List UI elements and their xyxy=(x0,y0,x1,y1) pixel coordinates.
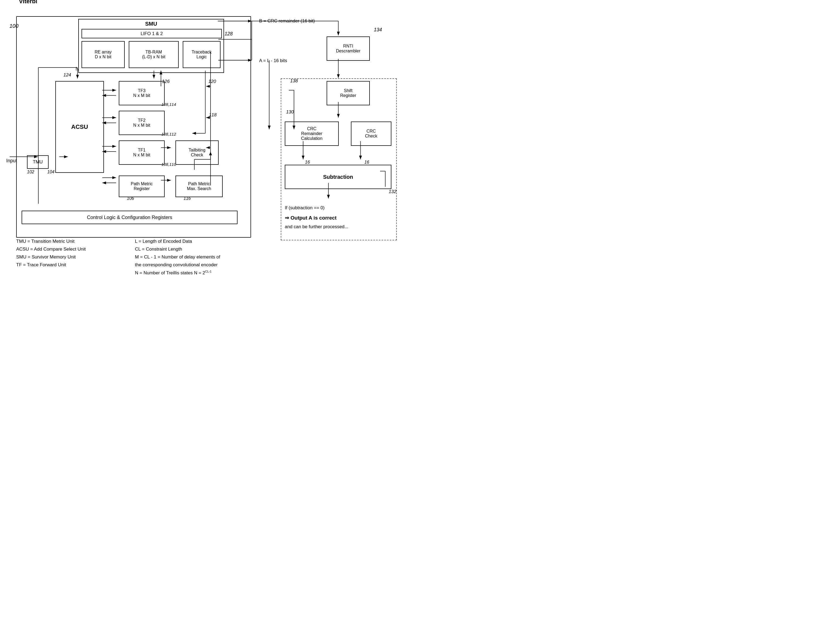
legend-cl: CL = Constraint Length xyxy=(135,246,220,253)
tf3-label: TF3 N x M bit xyxy=(133,88,150,98)
rnti-number: 134 xyxy=(374,27,382,33)
tf1-label: TF1 N x M bit xyxy=(133,148,150,157)
smu-label: SMU xyxy=(145,21,157,27)
crc-rem-box: CRC Remainder Calculation xyxy=(285,122,339,146)
tailbiting-box: Tailbiting Check xyxy=(175,141,219,165)
legend-l: L = Length of Encoded Data xyxy=(135,238,220,246)
smu-box: SMU LIFO 1 & 2 RE array D x N bit TB-RAM… xyxy=(78,19,224,73)
rnti-label: RNTI Descrambler xyxy=(336,44,361,53)
n-number: 124 xyxy=(63,72,71,78)
traceback-label: Traceback Logic xyxy=(192,50,212,59)
tf3-box: TF3 N x M bit xyxy=(119,81,165,105)
tf1-box: TF1 N x M bit xyxy=(119,141,165,165)
legend-right: L = Length of Encoded Data CL = Constrai… xyxy=(135,238,220,277)
control-label: Control Logic & Configuration Registers xyxy=(87,215,172,221)
pmms-label: Path Metric Max. Search xyxy=(187,182,211,191)
sub-16-left: 16 xyxy=(305,160,310,165)
further-label: and can be further processed... xyxy=(285,224,348,230)
tmu-number2: 104 xyxy=(47,170,55,174)
sub-16-right: 16 xyxy=(364,160,369,165)
output-label: ⇒ Output A is correct xyxy=(285,215,337,221)
arrow-120: 120 xyxy=(208,79,216,84)
pmms-number: 116 xyxy=(184,196,191,201)
b-label: B = CRC remainder (16 bit) xyxy=(259,18,315,24)
crc-check-label: CRC Check xyxy=(365,129,377,139)
arrow-126: 126 xyxy=(162,79,170,84)
traceback-box: Traceback Logic xyxy=(183,41,220,68)
re-array-label: RE array D x N bit xyxy=(94,50,111,59)
tf2-box: TF2 N x M bit xyxy=(119,111,165,135)
crc-check-box: CRC Check xyxy=(351,122,391,146)
viterbi-number: 100 xyxy=(9,23,18,29)
viterbi-label: Viterbi xyxy=(19,0,37,5)
tailbiting-label: Tailbiting Check xyxy=(189,148,205,157)
legend-n: N = Number of Treillis states N = 2CL-1 xyxy=(135,269,220,277)
shift-number-130: 130 xyxy=(286,110,294,115)
shift-register-box: Shift Register xyxy=(326,81,370,105)
tf2-number: 108,112 xyxy=(161,132,176,136)
lifo-box: LIFO 1 & 2 xyxy=(81,29,222,38)
crc-rem-label: CRC Remainder Calculation xyxy=(301,127,322,141)
shift-number-138: 138 xyxy=(290,78,298,84)
acsu-label: ACSU xyxy=(71,124,88,130)
tmu-box: TMU xyxy=(27,155,48,169)
tb-ram-box: TB-RAM (L-D) x N bit xyxy=(129,41,179,68)
tf3-number: 108,114 xyxy=(161,102,176,107)
acsu-box: ACSU xyxy=(55,81,104,173)
input-label: Input xyxy=(6,158,17,164)
control-box: Control Logic & Configuration Registers xyxy=(22,211,237,224)
pmr-label: Path Metric Register xyxy=(131,182,153,191)
legend-m: M = CL - 1 = Number of delay elements of xyxy=(135,253,220,261)
tb-ram-label: TB-RAM (L-D) x N bit xyxy=(142,50,165,59)
pmms-box: Path Metric Max. Search xyxy=(175,175,223,197)
shift-label: Shift Register xyxy=(340,88,356,98)
n-label: N xyxy=(76,66,79,72)
rnti-box: RNTI Descrambler xyxy=(326,36,370,61)
tf1-number: 108,110 xyxy=(161,162,176,167)
legend-m2: the corresponding convolutional encoder xyxy=(135,261,220,269)
re-array-box: RE array D x N bit xyxy=(81,41,125,68)
if-label: If (subtraction == 0) xyxy=(285,205,325,211)
pmr-box: Path Metric Register xyxy=(119,175,165,197)
pmr-number: 106 xyxy=(127,196,134,201)
diagram-container: Viterbi 100 SMU LIFO 1 & 2 RE array D x … xyxy=(5,5,415,308)
smu-number: 128 xyxy=(225,31,233,37)
tmu-number: 102 xyxy=(27,170,34,174)
subtraction-box: Subtraction xyxy=(285,165,391,189)
lifo-label: LIFO 1 & 2 xyxy=(141,31,163,36)
sub-number-132: 132 xyxy=(389,189,396,194)
a-label: A = L - 16 bits xyxy=(259,58,287,63)
subtraction-label: Subtraction xyxy=(323,174,353,180)
tf2-label: TF2 N x M bit xyxy=(133,118,150,128)
arrow-118: 118 xyxy=(209,112,217,118)
tmu-label: TMU xyxy=(33,159,43,165)
